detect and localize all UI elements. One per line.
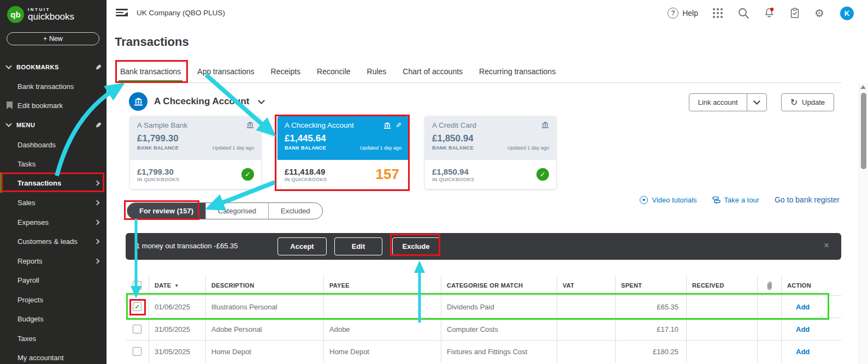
selected-account-name: A Chcecking Account <box>154 96 249 107</box>
user-avatar[interactable]: K <box>840 7 854 20</box>
scrollbar-up-arrow[interactable] <box>860 85 866 89</box>
edit-bookmarks-pencil-icon[interactable]: ✎ <box>95 63 101 71</box>
bank-icon <box>129 92 147 111</box>
bank-balance-label: BANK BALANCE <box>285 145 326 151</box>
hamburger-menu-icon[interactable] <box>116 9 128 17</box>
tab-rules[interactable]: Rules <box>367 60 387 83</box>
sidebar-bookmark-edit-bookmark[interactable]: Edit bookmark <box>0 98 107 112</box>
menu-section-header[interactable]: MENU ✎ <box>7 119 101 131</box>
row-checkbox[interactable] <box>133 325 141 333</box>
table-row[interactable]: 31/05/2025 Home Depot Home Depot Fixture… <box>126 340 841 362</box>
sidebar-item-transactions[interactable]: Transactions <box>0 176 107 190</box>
chevron-right-icon <box>95 219 100 225</box>
accept-button[interactable]: Accept <box>277 237 327 255</box>
header-description[interactable]: DESCRIPTION <box>205 276 323 295</box>
clipboard-tasks-icon[interactable] <box>789 7 801 19</box>
take-a-tour-link[interactable]: Take a tour <box>712 196 759 204</box>
sidebar-item-tasks[interactable]: Tasks <box>0 157 107 171</box>
edit-menu-pencil-icon[interactable]: ✎ <box>95 121 101 129</box>
cell-vat <box>557 296 615 318</box>
header-action[interactable]: ACTION <box>781 276 841 295</box>
cell-date: 31/05/2025 <box>149 318 205 340</box>
table-row[interactable]: 31/05/2025 Adobe Personal Adobe Computer… <box>126 318 841 340</box>
bookmarks-section-header[interactable]: BOOKMARKS ✎ <box>7 61 101 73</box>
apps-grid-icon[interactable] <box>712 7 724 19</box>
tab-for-review[interactable]: For review (157) <box>127 203 205 219</box>
header-vat[interactable]: VAT <box>557 276 615 295</box>
sidebar-bookmark-bank-transactions[interactable]: Bank transactions <box>0 79 107 93</box>
sidebar-item-taxes[interactable]: Taxes <box>0 331 107 345</box>
notifications-bell-icon[interactable] <box>763 7 775 19</box>
sidebar-item-expenses[interactable]: Expenses <box>0 215 107 229</box>
cell-attachment <box>757 296 781 318</box>
top-bar: UK Company (QBO PLUS) ? Help ⚙ K <box>107 0 868 26</box>
chevron-down-icon <box>5 121 11 127</box>
tab-recurring-transactions[interactable]: Recurring transactions <box>479 60 556 83</box>
tab-excluded[interactable]: Excluded <box>268 203 322 219</box>
edit-button[interactable]: Edit <box>334 237 382 255</box>
row-checkbox[interactable] <box>133 347 141 356</box>
tab-bank-transactions[interactable]: Bank transactions <box>120 60 181 83</box>
cell-spent: £17.10 <box>615 318 686 340</box>
cell-payee: Home Depot <box>323 341 441 362</box>
link-account-label[interactable]: Link account <box>689 94 747 111</box>
header-received[interactable]: RECEIVED <box>686 276 757 295</box>
link-account-split-button[interactable]: Link account <box>689 93 767 111</box>
row-checkbox-checked[interactable]: ✓ <box>133 302 141 311</box>
help-label: Help <box>682 9 698 17</box>
account-card-checking-selected[interactable]: A Chcecking Account ✎ £1,445.64 BANK BAL… <box>277 116 409 189</box>
header-spent[interactable]: SPENT <box>615 276 686 295</box>
account-card-credit-card[interactable]: A Credit Card £1,850.94 BANK BALANCE Upd… <box>425 116 556 189</box>
account-selector[interactable]: A Chcecking Account <box>129 92 264 111</box>
table-row[interactable]: ✓ 01/06/2025 Illustrations Personal Divi… <box>126 295 841 318</box>
updated-label: Updated 1 day ago <box>360 145 401 151</box>
add-action-link[interactable]: Add <box>787 348 810 356</box>
tab-reconcile[interactable]: Reconcile <box>317 60 350 83</box>
select-all-checkbox[interactable] <box>133 281 141 290</box>
for-review-count: 157 <box>376 166 399 183</box>
cell-attachment <box>757 341 781 362</box>
sidebar-item-label: Reports <box>17 257 95 265</box>
cell-category: Dividends Paid <box>441 296 557 318</box>
tab-receipts[interactable]: Receipts <box>271 60 300 83</box>
add-action-link[interactable]: Add <box>787 303 810 311</box>
sidebar-item-projects[interactable]: Projects <box>0 293 107 307</box>
header-category[interactable]: CATEGORISE OR MATCH <box>441 276 557 295</box>
exclude-button[interactable]: Exclude <box>392 237 440 255</box>
link-account-dropdown[interactable] <box>747 94 766 111</box>
video-tutorials-link[interactable]: ▶ Video tutorials <box>640 196 696 204</box>
scrollbar-thumb[interactable] <box>861 93 866 169</box>
cell-vat <box>557 318 615 340</box>
help-button[interactable]: ? Help <box>668 8 698 19</box>
search-icon[interactable] <box>737 7 749 19</box>
header-attachment <box>757 276 781 295</box>
sidebar-item-reports[interactable]: Reports <box>0 254 107 268</box>
sidebar-item-my-accountant[interactable]: My accountant <box>0 350 107 364</box>
chevron-right-icon <box>95 200 100 205</box>
company-name[interactable]: UK Company (QBO PLUS) <box>137 9 225 17</box>
tab-chart-of-accounts[interactable]: Chart of accounts <box>403 60 463 83</box>
bank-icon <box>541 121 549 129</box>
close-icon[interactable]: × <box>824 240 829 251</box>
edit-account-pencil-icon[interactable]: ✎ <box>395 121 401 129</box>
sidebar-item-payroll[interactable]: Payroll <box>0 273 107 287</box>
account-card-sample-bank[interactable]: A Sample Bank £1,799.30 BANK BALANCE Upd… <box>130 116 261 189</box>
chevron-down-icon[interactable] <box>258 97 265 104</box>
help-icon: ? <box>668 8 678 19</box>
quickbooks-logo[interactable]: qb INTUIT quickbooks <box>7 6 74 23</box>
bookmark-label: Bank transactions <box>17 82 99 91</box>
tab-categorised[interactable]: Categorised <box>205 203 268 219</box>
go-to-bank-register-link[interactable]: Go to bank register <box>775 195 840 204</box>
settings-gear-icon[interactable]: ⚙ <box>814 7 826 19</box>
tab-app-transactions[interactable]: App transactions <box>197 60 254 83</box>
sidebar-item-budgets[interactable]: Budgets <box>0 312 107 326</box>
new-button[interactable]: + New <box>7 32 99 45</box>
header-payee[interactable]: PAYEE <box>323 276 441 295</box>
header-date[interactable]: DATE▼ <box>149 276 205 295</box>
sidebar-item-customers-leads[interactable]: Customers & leads <box>0 234 107 248</box>
in-quickbooks-amount: £11,418.49 <box>285 167 376 176</box>
sidebar-item-sales[interactable]: Sales <box>0 195 107 210</box>
add-action-link[interactable]: Add <box>787 325 810 333</box>
update-button[interactable]: ↻ Update <box>781 93 834 111</box>
sidebar-item-dashboards[interactable]: Dashboards <box>0 138 107 152</box>
